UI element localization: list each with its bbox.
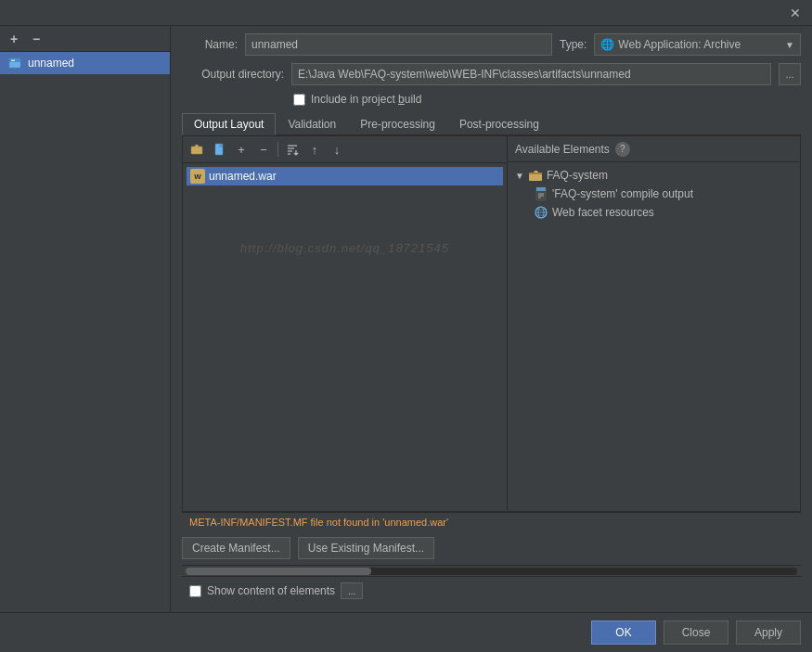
elements-tree-item-compile[interactable]: 'FAQ-system' compile output xyxy=(530,185,796,203)
output-dir-label: Output directory: xyxy=(182,68,284,81)
include-checkbox[interactable] xyxy=(293,94,305,106)
tab-output-layout[interactable]: Output Layout xyxy=(182,113,276,135)
name-type-row: Name: Type: 🌐 Web Application: Archive ▼ xyxy=(182,33,801,56)
close-button[interactable]: ✕ xyxy=(786,4,805,22)
show-content-btn[interactable]: ... xyxy=(341,582,363,599)
elements-panel: Available Elements ? ▼ FAQ-system xyxy=(508,136,800,511)
elements-header: Available Elements ? xyxy=(508,136,800,162)
output-dir-input[interactable] xyxy=(291,63,771,85)
tree-sort-button[interactable] xyxy=(282,139,303,160)
output-dir-row: Output directory: ... xyxy=(182,63,801,85)
ok-button[interactable]: OK xyxy=(591,620,656,645)
war-icon: W xyxy=(190,169,205,184)
tree-content: W unnamed.war http://blog.csdn.net/qq_18… xyxy=(183,163,507,511)
toolbar-separator xyxy=(277,142,278,157)
expand-arrow-icon: ▼ xyxy=(515,171,524,181)
use-existing-manifest-button[interactable]: Use Existing Manifest... xyxy=(298,537,434,559)
tree-item-label: unnamed.war xyxy=(209,170,277,183)
manifest-row: Create Manifest... Use Existing Manifest… xyxy=(182,531,801,565)
chevron-down-icon: ▼ xyxy=(785,40,794,50)
tab-pre-processing[interactable]: Pre-processing xyxy=(348,113,447,134)
type-icon: 🌐 xyxy=(600,38,614,51)
tab-post-processing[interactable]: Post-processing xyxy=(447,113,551,134)
watermark-text: http://blog.csdn.net/qq_18721545 xyxy=(187,241,503,255)
web-facet-label: Web facet resources xyxy=(552,206,654,219)
dialog-buttons: OK Close Apply xyxy=(0,612,812,652)
sidebar-toolbar: + − xyxy=(0,26,170,52)
tabs-container: Output Layout Validation Pre-processing … xyxy=(182,113,801,135)
tree-add-file-button[interactable] xyxy=(209,139,229,160)
compile-output-label: 'FAQ-system' compile output xyxy=(552,187,693,200)
tree-toolbar: + − ↑ xyxy=(183,136,507,163)
remove-artifact-button[interactable]: − xyxy=(28,31,45,47)
elements-tree-item-faq[interactable]: ▼ FAQ-system xyxy=(511,166,796,185)
svg-rect-13 xyxy=(536,187,546,191)
main-content: + − unnamed Name: Type: 🌐 Web xyxy=(0,26,812,612)
include-label: Include in project build xyxy=(311,93,421,106)
tab-validation[interactable]: Validation xyxy=(276,113,348,134)
folder-icon xyxy=(528,168,543,183)
tree-move-down-button[interactable]: ↓ xyxy=(327,139,347,160)
status-bar: META-INF/MANIFEST.MF file not found in '… xyxy=(182,512,801,531)
elements-tree: ▼ FAQ-system xyxy=(508,162,800,511)
create-manifest-button[interactable]: Create Manifest... xyxy=(182,537,290,559)
available-elements-title: Available Elements xyxy=(515,143,610,156)
sidebar-item-label: unnamed xyxy=(28,57,74,70)
scrollbar-area[interactable] xyxy=(182,565,801,576)
content-area: + − ↑ xyxy=(182,135,801,512)
output-dir-browse-button[interactable]: ... xyxy=(779,63,801,85)
right-panel: Name: Type: 🌐 Web Application: Archive ▼… xyxy=(171,26,812,612)
compile-icon xyxy=(534,186,548,201)
include-label-text: b xyxy=(398,93,405,106)
elements-tree-item-web-facet[interactable]: Web facet resources xyxy=(530,203,796,222)
faq-system-label: FAQ-system xyxy=(547,169,608,182)
title-bar: ✕ xyxy=(0,0,812,26)
help-button[interactable]: ? xyxy=(615,142,630,157)
show-content-checkbox[interactable] xyxy=(189,585,201,597)
scrollbar-thumb[interactable] xyxy=(186,568,371,575)
artifact-icon xyxy=(7,56,22,70)
close-button[interactable]: Close xyxy=(664,620,728,645)
name-input[interactable] xyxy=(245,33,552,56)
add-artifact-button[interactable]: + xyxy=(6,31,22,47)
apply-button[interactable]: Apply xyxy=(736,620,801,645)
svg-rect-3 xyxy=(191,147,202,154)
svg-rect-2 xyxy=(11,60,15,62)
status-message: META-INF/MANIFEST.MF file not found in '… xyxy=(189,517,448,528)
show-content-row: Show content of elements ... xyxy=(182,576,801,605)
type-container: Type: 🌐 Web Application: Archive ▼ xyxy=(560,33,801,56)
type-label: Type: xyxy=(560,38,586,51)
tree-add-button[interactable]: + xyxy=(231,139,251,160)
svg-rect-11 xyxy=(529,173,542,174)
scrollbar-track xyxy=(186,568,797,575)
sidebar: + − unnamed xyxy=(0,26,171,612)
tree-panel: + − ↑ xyxy=(183,136,508,511)
sidebar-item-unnamed[interactable]: unnamed xyxy=(0,52,170,74)
name-label: Name: xyxy=(182,38,238,51)
tree-item-war[interactable]: W unnamed.war xyxy=(187,167,503,185)
svg-rect-5 xyxy=(219,144,223,147)
tree-remove-button[interactable]: − xyxy=(253,139,274,160)
type-select[interactable]: 🌐 Web Application: Archive ▼ xyxy=(594,33,801,56)
web-facet-icon xyxy=(534,205,548,220)
include-checkbox-row: Include in project build xyxy=(293,93,801,106)
type-select-text: Web Application: Archive xyxy=(618,38,781,51)
tree-add-folder-button[interactable] xyxy=(187,139,207,160)
show-content-label: Show content of elements xyxy=(207,584,335,597)
tree-move-up-button[interactable]: ↑ xyxy=(304,139,325,160)
